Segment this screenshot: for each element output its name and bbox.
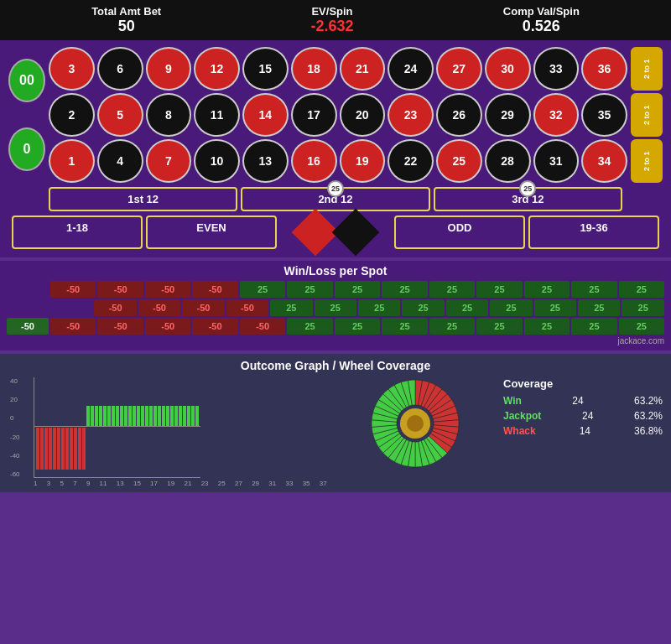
wl-cell-0-2: -50 <box>145 281 190 298</box>
num-9[interactable]: 9 <box>146 47 192 91</box>
num-13[interactable]: 13 <box>242 139 289 183</box>
side-column: 2 to 1 2 to 1 2 to 1 <box>631 47 663 183</box>
black-diamond[interactable] <box>332 209 380 257</box>
num-32[interactable]: 32 <box>533 93 580 137</box>
bet-odd[interactable]: ODD <box>394 216 525 249</box>
num-25[interactable]: 25 <box>436 139 482 183</box>
wl-green-cell: -50 <box>7 318 49 335</box>
num-30[interactable]: 30 <box>485 47 531 91</box>
outcome-content: 40200-20-40-60 1357911131517192123252729… <box>8 377 663 487</box>
evens-row: 1-18 EVEN ODD 19-36 <box>8 216 663 249</box>
num-35[interactable]: 35 <box>581 93 627 137</box>
wl-cell-1-2: -50 <box>138 299 180 316</box>
num-14[interactable]: 14 <box>242 93 289 137</box>
num-18[interactable]: 18 <box>291 47 337 91</box>
comp-val-block: Comp Val/Spin 0.526 <box>503 5 580 35</box>
ev-spin-value: -2.632 <box>310 18 353 35</box>
outcome-section: Outcome Graph / Wheel Coverage 40200-20-… <box>0 354 671 492</box>
num-3[interactable]: 3 <box>49 47 95 91</box>
bar-37 <box>191 406 195 427</box>
num-10[interactable]: 10 <box>194 139 240 183</box>
wl-cell-2-1: -50 <box>97 318 143 335</box>
wl-cell-0-12: 25 <box>619 281 664 298</box>
wl-cell-1-10: 25 <box>490 299 532 316</box>
coverage-table: Coverage Win 24 63.2% Jackpot 24 63.2% W… <box>503 377 663 440</box>
jackpot-count: 24 <box>582 410 593 422</box>
dozen-1st[interactable]: 1st 12 <box>49 187 237 211</box>
num-15[interactable]: 15 <box>242 47 289 91</box>
wl-cell-1-6: 25 <box>315 299 356 316</box>
num-6[interactable]: 6 <box>97 47 143 91</box>
num-4[interactable]: 4 <box>97 139 143 183</box>
whack-label: Whack <box>503 425 536 437</box>
num-20[interactable]: 20 <box>340 93 386 137</box>
bet-1-18[interactable]: 1-18 <box>12 216 143 249</box>
bar-28 <box>153 406 157 427</box>
num-7[interactable]: 7 <box>146 139 192 183</box>
bar-11 <box>82 428 86 470</box>
total-amt-block: Total Amt Bet 50 <box>91 5 161 35</box>
wl-cell-2-2: -50 <box>145 318 190 335</box>
num-5[interactable]: 5 <box>97 93 143 137</box>
bar-17 <box>107 406 111 427</box>
total-amt-label: Total Amt Bet <box>91 5 161 18</box>
bar-4 <box>53 428 56 470</box>
bar-7 <box>65 428 69 470</box>
ev-spin-block: EV/Spin -2.632 <box>310 5 353 35</box>
num-19[interactable]: 19 <box>340 139 386 183</box>
num-27[interactable]: 27 <box>436 47 482 91</box>
bar-22 <box>128 406 132 427</box>
num-29[interactable]: 29 <box>485 93 531 137</box>
bar-5 <box>57 428 60 470</box>
win-label: Win <box>503 395 522 407</box>
wl-cell-1-1: -50 <box>94 299 136 316</box>
num-31[interactable]: 31 <box>533 139 580 183</box>
bar-33 <box>174 406 178 427</box>
bet-19-36[interactable]: 19-36 <box>528 216 659 249</box>
roulette-section: 00 0 36912151821242730333625811141720232… <box>0 40 671 257</box>
num-23[interactable]: 23 <box>388 93 434 137</box>
num-34[interactable]: 34 <box>581 139 627 183</box>
num-24[interactable]: 24 <box>388 47 434 91</box>
num-2[interactable]: 2 <box>49 93 95 137</box>
bet-even[interactable]: EVEN <box>146 216 277 249</box>
num-16[interactable]: 16 <box>291 139 337 183</box>
num-11[interactable]: 11 <box>194 93 240 137</box>
dozens-row: 1st 12 25 2nd 12 25 3rd 12 <box>8 187 663 211</box>
num-17[interactable]: 17 <box>291 93 337 137</box>
wl-cell-2-3: -50 <box>192 318 237 335</box>
zero-00[interactable]: 00 <box>8 59 45 102</box>
coverage-win-row: Win 24 63.2% <box>503 395 663 407</box>
whack-pct: 36.8% <box>634 425 663 437</box>
wl-cell-0-9: 25 <box>476 281 522 298</box>
dozen-2nd[interactable]: 25 2nd 12 <box>241 187 429 211</box>
table-container: 00 0 36912151821242730333625811141720232… <box>8 47 663 183</box>
num-21[interactable]: 21 <box>340 47 386 91</box>
num-26[interactable]: 26 <box>436 93 482 137</box>
dozen-3rd[interactable]: 25 3rd 12 <box>434 187 622 211</box>
bar-16 <box>103 406 107 427</box>
bar-30 <box>162 406 165 427</box>
wl-cell-0-8: 25 <box>429 281 475 298</box>
wl-cell-1-5: 25 <box>270 299 312 316</box>
zero-line <box>34 426 200 427</box>
num-36[interactable]: 36 <box>581 47 627 91</box>
wl-cell-1-0 <box>50 299 92 316</box>
wl-row-1: -50-50-50-50252525252525252525 <box>7 299 664 316</box>
wl-cell-1-3: -50 <box>182 299 224 316</box>
wl-cell-2-11: 25 <box>571 318 616 335</box>
num-22[interactable]: 22 <box>388 139 434 183</box>
num-1[interactable]: 1 <box>49 139 95 183</box>
bar-15 <box>99 406 102 427</box>
num-8[interactable]: 8 <box>146 93 192 137</box>
header-bar: Total Amt Bet 50 EV/Spin -2.632 Comp Val… <box>0 0 671 40</box>
zero-0[interactable]: 0 <box>8 127 45 171</box>
jackpot-label: Jackpot <box>503 410 541 422</box>
wl-cell-2-5: 25 <box>287 318 332 335</box>
wheel-center <box>407 415 424 432</box>
wl-cell-2-12: 25 <box>619 318 664 335</box>
num-28[interactable]: 28 <box>485 139 531 183</box>
num-12[interactable]: 12 <box>194 47 240 91</box>
num-33[interactable]: 33 <box>533 47 580 91</box>
wl-cell-1-4: -50 <box>226 299 268 316</box>
